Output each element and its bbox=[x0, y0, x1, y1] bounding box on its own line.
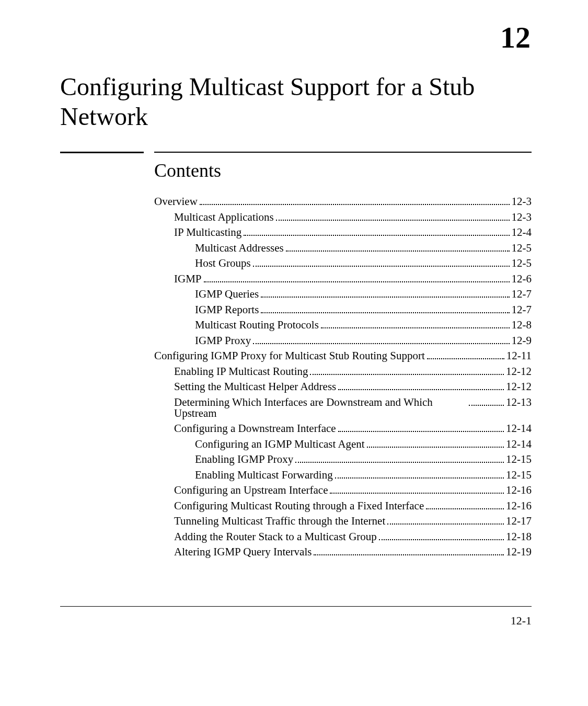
toc-entry-page: 12-14 bbox=[506, 439, 532, 450]
toc-entry: Adding the Router Stack to a Multicast G… bbox=[154, 531, 532, 542]
toc-entry-page: 12-11 bbox=[506, 350, 532, 361]
toc-entry-page: 12-3 bbox=[512, 212, 532, 223]
toc-entry-label: IGMP Proxy bbox=[195, 335, 251, 346]
toc-entry-page: 12-5 bbox=[512, 258, 532, 269]
toc-leader-dots bbox=[321, 327, 510, 328]
toc-entry-label: Configuring Multicast Routing through a … bbox=[174, 500, 424, 511]
page: 12 Configuring Multicast Support for a S… bbox=[0, 0, 588, 706]
toc-entry-label: Host Groups bbox=[195, 258, 251, 269]
toc-leader-dots bbox=[276, 220, 510, 221]
toc-entry: Configuring IGMP Proxy for Multicast Stu… bbox=[154, 350, 532, 361]
toc-entry: Enabling IGMP Proxy12-15 bbox=[154, 454, 532, 465]
toc-leader-dots bbox=[387, 523, 504, 525]
toc-leader-dots bbox=[314, 554, 504, 555]
toc-entry-label: Setting the Multicast Helper Address bbox=[174, 381, 336, 392]
toc-entry: Altering IGMP Query Intervals12-19 bbox=[154, 546, 532, 557]
toc-entry-page: 12-19 bbox=[506, 546, 532, 557]
toc-entry: Configuring a Downstream Interface12-14 bbox=[154, 423, 532, 434]
toc-entry-label: IGMP bbox=[174, 274, 202, 284]
toc-entry-label: Configuring an IGMP Multicast Agent bbox=[195, 439, 365, 450]
toc-entry-page: 12-18 bbox=[506, 531, 532, 542]
toc-entry: Configuring Multicast Routing through a … bbox=[154, 500, 532, 511]
contents-heading: Contents bbox=[154, 160, 221, 181]
toc-entry: IGMP Proxy12-9 bbox=[154, 335, 532, 346]
toc-entry-page: 12-15 bbox=[506, 454, 532, 465]
toc-entry-label: IGMP Reports bbox=[195, 304, 259, 315]
toc-entry-label: Overview bbox=[154, 196, 198, 207]
toc-entry-page: 12-8 bbox=[512, 320, 532, 331]
toc-entry-label: IP Multicasting bbox=[174, 227, 241, 238]
toc-entry-page: 12-13 bbox=[506, 397, 532, 408]
rule-long bbox=[154, 152, 532, 153]
toc-entry-label: Enabling IGMP Proxy bbox=[195, 454, 293, 465]
toc-entry-label: Determining Which Interfaces are Downstr… bbox=[174, 397, 467, 419]
toc-entry-page: 12-16 bbox=[506, 485, 532, 496]
toc-entry-label: IGMP Queries bbox=[195, 289, 259, 300]
toc-leader-dots bbox=[253, 343, 509, 344]
toc-entry: Setting the Multicast Helper Address12-1… bbox=[154, 381, 532, 392]
toc-leader-dots bbox=[335, 477, 504, 479]
toc-entry-label: Enabling IP Multicast Routing bbox=[174, 366, 308, 377]
toc-leader-dots bbox=[310, 374, 504, 375]
toc-entry-page: 12-12 bbox=[506, 366, 532, 377]
toc-leader-dots bbox=[244, 235, 509, 236]
toc-entry-page: 12-4 bbox=[512, 227, 532, 238]
chapter-number: 12 bbox=[500, 20, 531, 55]
toc-entry-label: Multicast Routing Protocols bbox=[195, 320, 319, 331]
toc-entry: Overview12-3 bbox=[154, 196, 532, 207]
toc-entry-page: 12-15 bbox=[506, 470, 532, 481]
toc-leader-dots bbox=[261, 297, 509, 298]
toc-entry: IP Multicasting12-4 bbox=[154, 227, 532, 238]
toc-leader-dots bbox=[427, 358, 504, 359]
toc-leader-dots bbox=[204, 281, 510, 282]
toc-entry: Host Groups12-5 bbox=[154, 258, 532, 269]
toc-leader-dots bbox=[330, 493, 504, 494]
toc-entry: Tunneling Multicast Traffic through the … bbox=[154, 516, 532, 527]
toc-entry-page: 12-7 bbox=[512, 289, 532, 300]
toc-leader-dots bbox=[426, 508, 504, 509]
toc-entry-page: 12-5 bbox=[512, 243, 532, 254]
toc-entry-page: 12-9 bbox=[512, 335, 532, 346]
toc-leader-dots bbox=[367, 447, 504, 448]
toc-leader-dots bbox=[261, 312, 509, 313]
toc-entry-page: 12-3 bbox=[512, 196, 532, 207]
toc-leader-dots bbox=[338, 431, 504, 432]
toc-leader-dots bbox=[295, 462, 504, 463]
toc-entry: IGMP Queries12-7 bbox=[154, 289, 532, 300]
chapter-title: Configuring Multicast Support for a Stub… bbox=[60, 72, 531, 131]
toc-entry-label: Adding the Router Stack to a Multicast G… bbox=[174, 531, 377, 542]
toc-entry: Enabling Multicast Forwarding12-15 bbox=[154, 470, 532, 481]
toc-entry: Configuring an IGMP Multicast Agent12-14 bbox=[154, 439, 532, 450]
footer-page-number: 12-1 bbox=[511, 614, 532, 628]
toc-entry-page: 12-16 bbox=[506, 500, 532, 511]
toc-entry: IGMP12-6 bbox=[154, 274, 532, 284]
toc-entry-label: Configuring an Upstream Interface bbox=[174, 485, 328, 496]
toc-entry: IGMP Reports12-7 bbox=[154, 304, 532, 315]
toc-entry-page: 12-12 bbox=[506, 381, 532, 392]
toc-entry-label: Multicast Addresses bbox=[195, 243, 284, 254]
toc-entry: Multicast Routing Protocols12-8 bbox=[154, 320, 532, 331]
toc-entry-page: 12-7 bbox=[512, 304, 532, 315]
toc-entry-page: 12-17 bbox=[506, 516, 532, 527]
toc-leader-dots bbox=[338, 389, 504, 390]
toc-entry: Determining Which Interfaces are Downstr… bbox=[154, 397, 532, 419]
table-of-contents: Overview12-3Multicast Applications12-3IP… bbox=[154, 196, 532, 562]
toc-entry: Enabling IP Multicast Routing12-12 bbox=[154, 366, 532, 377]
toc-entry: Multicast Addresses12-5 bbox=[154, 243, 532, 254]
toc-entry-page: 12-14 bbox=[506, 423, 532, 434]
toc-entry: Multicast Applications12-3 bbox=[154, 212, 532, 223]
toc-leader-dots bbox=[253, 266, 510, 267]
toc-leader-dots bbox=[286, 250, 510, 252]
toc-entry-page: 12-6 bbox=[512, 274, 532, 284]
toc-leader-dots bbox=[469, 405, 504, 406]
rule-short bbox=[60, 152, 144, 153]
toc-entry-label: Configuring IGMP Proxy for Multicast Stu… bbox=[154, 350, 425, 361]
toc-entry-label: Tunneling Multicast Traffic through the … bbox=[174, 516, 385, 527]
toc-entry-label: Enabling Multicast Forwarding bbox=[195, 470, 333, 481]
toc-entry-label: Configuring a Downstream Interface bbox=[174, 423, 336, 434]
toc-leader-dots bbox=[200, 204, 510, 205]
toc-entry-label: Altering IGMP Query Intervals bbox=[174, 546, 312, 557]
toc-leader-dots bbox=[379, 539, 504, 540]
footer-rule bbox=[60, 606, 532, 607]
toc-entry: Configuring an Upstream Interface12-16 bbox=[154, 485, 532, 496]
